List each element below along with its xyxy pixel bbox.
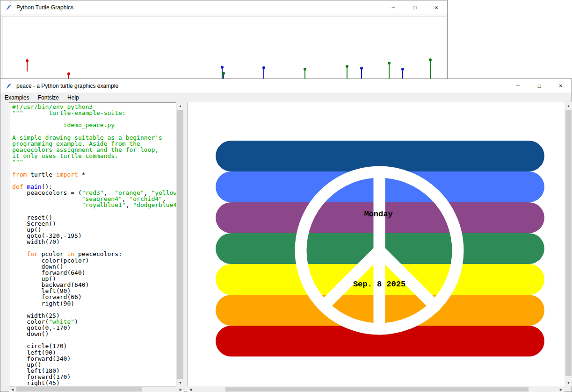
menu-fontsize[interactable]: Fontsize bbox=[34, 93, 63, 102]
code-line: width(70) bbox=[12, 239, 176, 245]
menu-help[interactable]: Help bbox=[63, 93, 83, 102]
scroll-left-button[interactable]: ◀ bbox=[9, 386, 16, 392]
code-text[interactable]: #!/usr/bin/env python3""" turtle-example… bbox=[9, 103, 176, 386]
code-vertical-scrollbar[interactable]: ▲ ▼ bbox=[176, 102, 184, 386]
turtle-figure-stem bbox=[389, 64, 390, 80]
scroll-right-button[interactable]: ▶ bbox=[177, 386, 184, 392]
code-line: tdemo_peace.py bbox=[12, 122, 176, 128]
code-line: "royalblue1", "dodgerblue4") bbox=[12, 202, 176, 208]
scrollbar-thumb[interactable] bbox=[177, 110, 183, 379]
drawing-canvas[interactable]: MondaySep. 8 2025 bbox=[187, 102, 565, 386]
scroll-down-button[interactable]: ▼ bbox=[565, 379, 572, 386]
scroll-up-button[interactable]: ▲ bbox=[176, 102, 184, 109]
code-line: down() bbox=[12, 331, 176, 337]
code-line: from turtle import * bbox=[12, 171, 176, 178]
scroll-right-button[interactable]: ▶ bbox=[558, 386, 565, 392]
code-line: it only uses turtle commands. bbox=[12, 153, 176, 159]
menu-examples[interactable]: Examples bbox=[0, 93, 34, 102]
maximize-button[interactable]: □ bbox=[404, 0, 426, 14]
window-title: peace - a Python turtle graphics example bbox=[16, 83, 118, 89]
close-button[interactable]: ✕ bbox=[550, 79, 572, 93]
canvas-horizontal-scrollbar[interactable]: ◀ ▶ bbox=[187, 386, 565, 392]
scroll-up-button[interactable]: ▲ bbox=[565, 102, 572, 109]
scrollbar-thumb[interactable] bbox=[16, 387, 142, 392]
peace-demo-window: peace - a Python turtle graphics example… bbox=[0, 78, 572, 392]
tk-feather-icon bbox=[6, 4, 13, 11]
scroll-left-button[interactable]: ◀ bbox=[187, 386, 194, 392]
code-line: """ bbox=[12, 159, 176, 165]
scrollbar-thumb[interactable] bbox=[225, 387, 529, 392]
canvas-text: Sep. 8 2025 bbox=[353, 280, 405, 289]
code-line: """ turtle-example-suite: bbox=[12, 110, 176, 116]
turtle-figure-stem bbox=[430, 61, 431, 80]
window-content: #!/usr/bin/env python3""" turtle-example… bbox=[0, 102, 572, 392]
minimize-button[interactable]: ─ bbox=[507, 79, 529, 93]
title-bar[interactable]: peace - a Python turtle graphics example… bbox=[0, 79, 572, 93]
close-button[interactable]: ✕ bbox=[426, 0, 447, 14]
window-title: Python Turtle Graphics bbox=[16, 4, 73, 11]
code-line: right(90) bbox=[12, 300, 176, 306]
scrollbar-thumb[interactable] bbox=[565, 110, 572, 376]
code-horizontal-scrollbar[interactable]: ◀ ▶ bbox=[9, 386, 184, 392]
canvas-vertical-scrollbar[interactable]: ▲ ▼ bbox=[565, 102, 572, 386]
scroll-down-button[interactable]: ▼ bbox=[176, 379, 184, 386]
title-bar[interactable]: Python Turtle Graphics ─ □ ✕ bbox=[0, 0, 447, 14]
menu-bar: Examples Fontsize Help bbox=[0, 93, 572, 102]
minimize-button[interactable]: ─ bbox=[383, 0, 404, 14]
code-pane[interactable]: #!/usr/bin/env python3""" turtle-example… bbox=[9, 102, 176, 386]
turtle-figure-stem bbox=[27, 62, 28, 71]
maximize-button[interactable]: □ bbox=[529, 79, 550, 93]
tk-feather-icon bbox=[6, 82, 13, 90]
canvas-text: Monday bbox=[364, 210, 392, 219]
